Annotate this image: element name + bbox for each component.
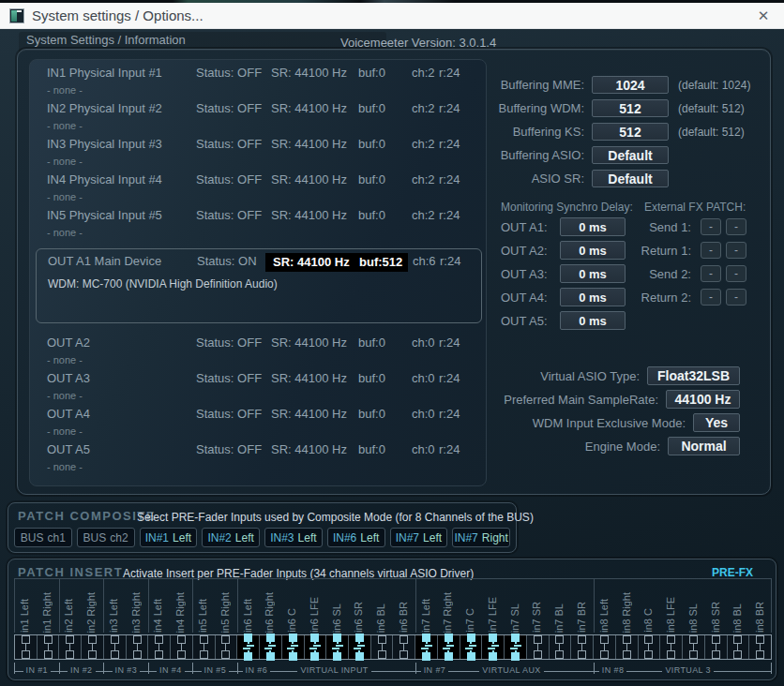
output-row[interactable]: OUT A2Status: OFFSR: 44100 Hzbuf:0ch:0r:… bbox=[30, 334, 486, 369]
insert-toggle[interactable] bbox=[237, 635, 260, 659]
insert-toggle[interactable] bbox=[171, 635, 193, 659]
insert-toggle[interactable] bbox=[594, 635, 616, 659]
composite-button-part1: BUS bbox=[21, 531, 44, 544]
output-row[interactable]: OUT A4Status: OFFSR: 44100 Hzbuf:0ch:0r:… bbox=[30, 405, 486, 440]
group-label: IN #8VIRTUAL 3 bbox=[594, 663, 772, 674]
toggle-off-icon bbox=[155, 635, 163, 659]
insert-toggle[interactable] bbox=[38, 635, 60, 659]
input-row-samplerate: SR: 44100 Hz bbox=[271, 66, 347, 80]
fx-patch-button[interactable]: - bbox=[701, 265, 721, 282]
buffering-value-button[interactable]: 1024 bbox=[592, 76, 669, 94]
insert-toggle[interactable] bbox=[193, 635, 216, 659]
output-row[interactable]: OUT A3Status: OFFSR: 44100 Hzbuf:0ch:0r:… bbox=[30, 369, 486, 405]
insert-toggle[interactable] bbox=[660, 635, 683, 659]
insert-toggle[interactable] bbox=[349, 635, 371, 659]
output-row-name: OUT A5 bbox=[47, 442, 90, 456]
group-label: IN #3 bbox=[103, 663, 148, 674]
output-row[interactable]: OUT A5Status: OFFSR: 44100 Hzbuf:0ch:0r:… bbox=[30, 440, 486, 476]
composite-button[interactable]: IN#2Left bbox=[202, 528, 260, 547]
output-row-name: OUT A4 bbox=[47, 407, 90, 421]
insert-toggle[interactable] bbox=[326, 635, 349, 659]
channel-label: in4 Left bbox=[148, 579, 171, 633]
patch-composite-desc: Select PRE-Fader Inputs used by Composit… bbox=[137, 511, 534, 524]
composite-button[interactable]: IN#1Left bbox=[140, 528, 198, 547]
setting-value-button[interactable]: Normal bbox=[668, 437, 740, 455]
insert-toggle[interactable] bbox=[550, 635, 572, 659]
insert-toggle[interactable] bbox=[305, 635, 327, 659]
pre-fx-button[interactable]: PRE-FX bbox=[712, 566, 753, 579]
out-a1-buffer: buf:512 bbox=[359, 255, 402, 269]
insert-toggle[interactable] bbox=[705, 635, 728, 659]
close-icon[interactable]: ✕ bbox=[753, 7, 774, 25]
fx-patch-row: Send 2:-- bbox=[616, 265, 746, 282]
insert-toggle[interactable] bbox=[393, 635, 415, 659]
insert-toggle[interactable] bbox=[415, 635, 438, 659]
monitoring-label: OUT A5: bbox=[501, 314, 554, 328]
buffering-row: Buffering MME:1024(default: 1024) bbox=[346, 76, 750, 94]
fx-patch-button[interactable]: - bbox=[726, 242, 746, 259]
fx-patch-button[interactable]: - bbox=[701, 242, 721, 259]
insert-toggle[interactable] bbox=[482, 635, 505, 659]
setting-value-button[interactable]: Yes bbox=[693, 413, 740, 432]
setting-value-button[interactable]: Float32LSB bbox=[647, 366, 740, 385]
buffering-value-button[interactable]: Default bbox=[592, 146, 669, 164]
insert-toggle[interactable] bbox=[59, 635, 82, 659]
insert-toggle[interactable] bbox=[527, 635, 550, 659]
buffering-value-button[interactable]: 512 bbox=[592, 99, 669, 117]
insert-toggle[interactable] bbox=[460, 635, 483, 659]
group-label: IN #6VIRTUAL INPUT bbox=[237, 663, 415, 674]
composite-button[interactable]: IN#7Left bbox=[390, 528, 448, 547]
insert-toggle[interactable] bbox=[371, 635, 394, 659]
composite-button[interactable]: IN#7Right bbox=[452, 528, 510, 547]
input-row-status: Status: OFF bbox=[196, 208, 262, 222]
insert-toggle[interactable] bbox=[260, 635, 282, 659]
composite-button-part1: BUS bbox=[83, 531, 107, 544]
buffering-value-button[interactable]: Default bbox=[592, 170, 669, 187]
input-row-device: - none - bbox=[47, 84, 83, 96]
insert-toggle[interactable] bbox=[728, 635, 750, 659]
delay-value-button[interactable]: 0 ms bbox=[560, 311, 626, 330]
buffering-value-button[interactable]: 512 bbox=[592, 123, 669, 141]
setting-value-button[interactable]: 44100 Hz bbox=[666, 390, 740, 409]
channel-label-text: in3 Right bbox=[131, 592, 143, 633]
toggle-off-icon bbox=[88, 635, 97, 659]
composite-button[interactable]: BUSch1 bbox=[14, 528, 72, 547]
composite-button[interactable]: IN#3Left bbox=[264, 528, 323, 547]
insert-toggle[interactable] bbox=[82, 635, 104, 659]
output-row-status: Status: OFF bbox=[196, 336, 262, 350]
out-a1-highlight: SR: 44100 Hz buf:512 bbox=[265, 253, 408, 272]
insert-toggle[interactable] bbox=[438, 635, 460, 659]
insert-toggle[interactable] bbox=[683, 635, 705, 659]
buffering-default-note: (default: 1024) bbox=[678, 79, 750, 92]
fx-patch-button[interactable]: - bbox=[726, 218, 746, 235]
monitoring-label: OUT A3: bbox=[501, 267, 554, 281]
fx-patch-button[interactable]: - bbox=[701, 218, 721, 235]
insert-toggle[interactable] bbox=[127, 635, 149, 659]
buffering-section: Buffering MME:1024(default: 1024)Bufferi… bbox=[346, 76, 750, 193]
insert-toggle[interactable] bbox=[282, 635, 305, 659]
insert-toggle[interactable] bbox=[639, 635, 661, 659]
fx-patch-button[interactable]: - bbox=[726, 265, 746, 282]
composite-button[interactable]: IN#6Left bbox=[327, 528, 385, 547]
input-row-device: - none - bbox=[47, 120, 83, 131]
insert-toggle[interactable] bbox=[571, 635, 594, 659]
composite-button-part2: Left bbox=[298, 531, 317, 544]
group-name: IN #1 bbox=[23, 665, 52, 674]
insert-toggle[interactable] bbox=[505, 635, 527, 659]
composite-button[interactable]: BUSch2 bbox=[77, 528, 135, 547]
fx-patch-button[interactable]: - bbox=[726, 289, 746, 306]
input-row[interactable]: IN5 Physical Input #5Status: OFFSR: 4410… bbox=[30, 206, 486, 242]
insert-toggle[interactable] bbox=[148, 635, 171, 659]
fx-patch-label: Return 2: bbox=[616, 291, 691, 305]
insert-toggle[interactable] bbox=[216, 635, 238, 659]
insert-toggle[interactable] bbox=[749, 635, 771, 659]
insert-toggle[interactable] bbox=[15, 635, 38, 659]
composite-button-part1: IN#6 bbox=[333, 531, 356, 544]
group-divider bbox=[237, 579, 238, 633]
fx-patch-button[interactable]: - bbox=[701, 289, 721, 306]
insert-toggle[interactable] bbox=[616, 635, 639, 659]
out-a1-box[interactable]: OUT A1 Main Device Status: ON SR: 44100 … bbox=[36, 248, 482, 323]
insert-toggle[interactable] bbox=[104, 635, 127, 659]
channel-label: in7 SL bbox=[505, 579, 527, 633]
output-row-status: Status: OFF bbox=[196, 442, 262, 456]
